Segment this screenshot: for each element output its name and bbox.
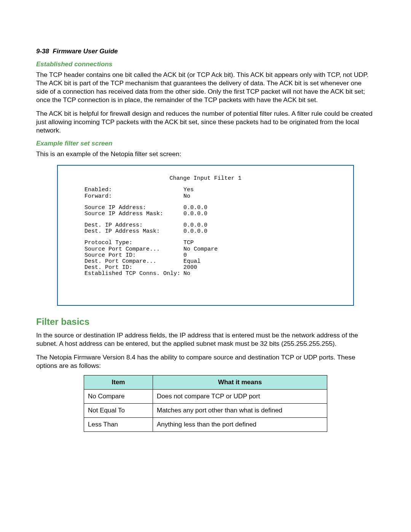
screen-label: Established TCP Conns. Only: <box>84 271 183 277</box>
page-header: 9-38 Firmware User Guide <box>36 48 375 55</box>
screen-label: Protocol Type: <box>84 240 183 246</box>
paragraph-1: The TCP header contains one bit called t… <box>36 70 375 104</box>
heading-filter-basics: Filter basics <box>36 316 375 327</box>
table-row: Less Than Anything less than the port de… <box>84 418 327 432</box>
table-cell-item: No Compare <box>84 390 153 404</box>
screen-row: Dest. IP Address Mask: 0.0.0.0 <box>84 228 327 235</box>
screen-value: No Compare <box>183 246 218 252</box>
screen-value: 0.0.0.0 <box>183 205 207 211</box>
table-cell-meaning: Does not compare TCP or UDP port <box>153 390 327 404</box>
paragraph-3: This is an example of the Netopia filter… <box>36 150 375 158</box>
filter-screen-box: Change Input Filter 1 Enabled: Yes Forwa… <box>57 165 354 306</box>
screen-row: Dest. IP Address: 0.0.0.0 <box>84 222 327 228</box>
screen-label: Enabled: <box>84 187 183 193</box>
page-number: 9-38 <box>36 48 49 55</box>
screen-row: Enabled: Yes <box>84 187 327 193</box>
screen-value: 2000 <box>183 265 197 271</box>
compare-table: Item What it means No Compare Does not c… <box>84 375 327 432</box>
screen-label: Dest. Port Compare... <box>84 259 183 265</box>
screen-value: 0 <box>183 252 187 259</box>
screen-value: No <box>183 193 190 200</box>
screen-label: Source IP Address Mask: <box>84 211 183 217</box>
table-cell-meaning: Matches any port other than what is defi… <box>153 404 327 418</box>
screen-label: Source IP Address: <box>84 205 183 211</box>
screen-value: 0.0.0.0 <box>183 211 207 217</box>
screen-row: Source Port Compare... No Compare <box>84 246 327 252</box>
paragraph-4: In the source or destination IP address … <box>36 331 375 348</box>
table-header-row: Item What it means <box>84 375 327 390</box>
screen-label: Source Port Compare... <box>84 246 183 252</box>
table-row: Not Equal To Matches any port other than… <box>84 404 327 418</box>
screen-value: 0.0.0.0 <box>183 228 207 235</box>
screen-value: No <box>183 271 190 277</box>
screen-value: TCP <box>183 240 194 246</box>
paragraph-2: The ACK bit is helpful for firewall desi… <box>36 109 375 134</box>
table-row: No Compare Does not compare TCP or UDP p… <box>84 390 327 404</box>
subheading-established-connections: Established connections <box>36 61 375 68</box>
screen-row: Established TCP Conns. Only: No <box>84 271 327 277</box>
paragraph-5: The Netopia Firmware Version 8.4 has the… <box>36 353 375 370</box>
screen-row: Forward: No <box>84 193 327 200</box>
screen-value: 0.0.0.0 <box>183 222 207 228</box>
screen-value: Yes <box>183 187 194 193</box>
table-cell-item: Less Than <box>84 418 153 432</box>
table-cell-meaning: Anything less than the port defined <box>153 418 327 432</box>
screen-label: Dest. IP Address: <box>84 222 183 228</box>
table-header-item: Item <box>84 375 153 390</box>
screen-label: Dest. Port ID: <box>84 265 183 271</box>
guide-title: Firmware User Guide <box>53 48 118 55</box>
screen-label: Dest. IP Address Mask: <box>84 228 183 235</box>
screen-row: Protocol Type: TCP <box>84 240 327 246</box>
screen-label: Source Port ID: <box>84 252 183 259</box>
table-header-meaning: What it means <box>153 375 327 390</box>
page-content: 9-38 Firmware User Guide Established con… <box>36 48 375 432</box>
screen-row: Source IP Address: 0.0.0.0 <box>84 205 327 211</box>
screen-row: Dest. Port Compare... Equal <box>84 259 327 265</box>
screen-row: Source IP Address Mask: 0.0.0.0 <box>84 211 327 217</box>
subheading-example-filter: Example filter set screen <box>36 140 375 147</box>
screen-row: Dest. Port ID: 2000 <box>84 265 327 271</box>
table-cell-item: Not Equal To <box>84 404 153 418</box>
screen-label: Forward: <box>84 193 183 200</box>
screen-row: Source Port ID: 0 <box>84 252 327 259</box>
screen-title: Change Input Filter 1 <box>84 176 327 182</box>
screen-value: Equal <box>183 259 201 265</box>
